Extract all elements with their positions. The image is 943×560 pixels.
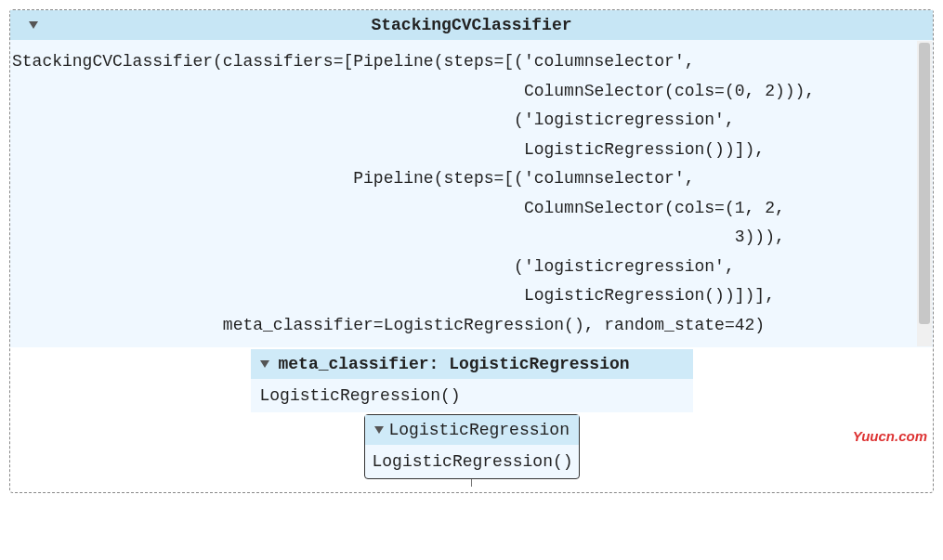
- repr-code-block: StackingCVClassifier(classifiers=[Pipeli…: [10, 40, 933, 347]
- scrollbar-track[interactable]: [917, 41, 932, 346]
- logistic-regression-box[interactable]: LogisticRegression LogisticRegression(): [364, 414, 580, 479]
- estimator-diagram: StackingCVClassifier StackingCVClassifie…: [9, 9, 934, 493]
- logistic-regression-header[interactable]: LogisticRegression: [365, 415, 579, 445]
- logistic-regression-repr: LogisticRegression(): [365, 445, 579, 478]
- stacking-title: StackingCVClassifier: [371, 16, 571, 34]
- connector-line: [471, 479, 472, 487]
- meta-classifier-repr: LogisticRegression(): [251, 379, 693, 412]
- logistic-regression-title: LogisticRegression: [389, 421, 570, 439]
- children-section: meta_classifier: LogisticRegression Logi…: [10, 347, 933, 492]
- meta-classifier-title: meta_classifier: LogisticRegression: [279, 355, 630, 373]
- collapse-icon[interactable]: [260, 360, 269, 368]
- stacking-header[interactable]: StackingCVClassifier: [10, 10, 933, 40]
- collapse-icon[interactable]: [29, 21, 38, 29]
- collapse-icon[interactable]: [374, 426, 384, 434]
- watermark-text: Yuucn.com: [853, 428, 927, 444]
- meta-classifier-box[interactable]: meta_classifier: LogisticRegression Logi…: [251, 349, 693, 412]
- meta-classifier-header[interactable]: meta_classifier: LogisticRegression: [251, 349, 693, 379]
- scrollbar-thumb[interactable]: [919, 43, 930, 324]
